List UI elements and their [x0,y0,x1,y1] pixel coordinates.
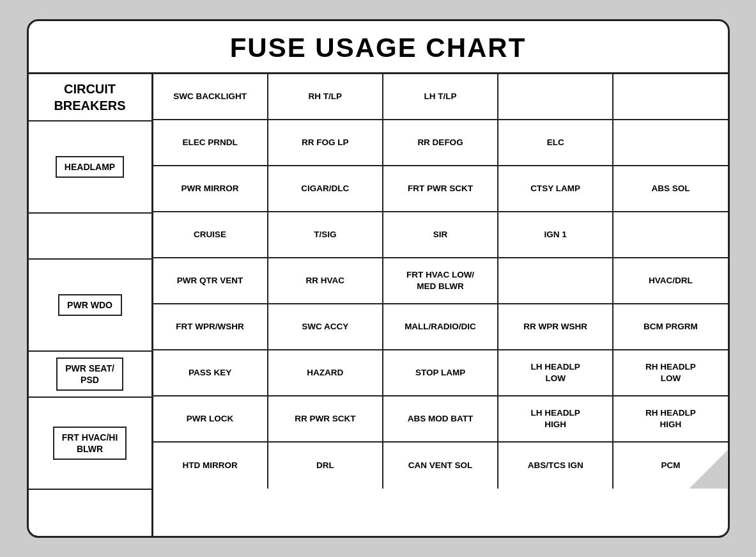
fuse-chart: FUSE USAGE CHART CIRCUITBREAKERS HEADLAM… [27,19,730,538]
cell-3-2: SIR [383,212,498,257]
left-item-frt-hvac: FRT HVAC/HIBLWR [29,398,151,490]
grid-row-3: CRUISE T/SIG SIR IGN 1 [153,212,728,258]
cell-3-4 [613,212,727,257]
pwr-seat-label: PWR SEAT/PSD [56,357,123,391]
cell-5-0: FRT WPR/WSHR [153,304,268,349]
cell-6-1: HAZARD [268,350,383,395]
cell-8-3: ABS/TCS IGN [498,443,613,489]
cell-4-3 [498,258,613,303]
cell-0-1: RH T/LP [268,74,383,119]
right-grid: SWC BACKLIGHT RH T/LP LH T/LP ELEC PRNDL… [153,74,728,536]
pwr-wdo-label: PWR WDO [58,294,122,316]
cell-4-4: HVAC/DRL [613,258,727,303]
cell-3-0: CRUISE [153,212,268,257]
cell-3-1: T/SIG [268,212,383,257]
left-item-pwr-seat: PWR SEAT/PSD [29,352,151,398]
cell-2-4: ABS SOL [613,166,727,211]
cell-4-0: PWR QTR VENT [153,258,268,303]
cell-0-0: SWC BACKLIGHT [153,74,268,119]
cell-0-3 [498,74,613,119]
grid-row-2: PWR MIRROR CIGAR/DLC FRT PWR SCKT CTSY L… [153,166,728,212]
grid-row-0: SWC BACKLIGHT RH T/LP LH T/LP [153,74,728,120]
cell-2-0: PWR MIRROR [153,166,268,211]
cell-6-2: STOP LAMP [383,350,498,395]
cell-8-2: CAN VENT SOL [383,443,498,489]
cell-2-3: CTSY LAMP [498,166,613,211]
cell-8-0: HTD MIRROR [153,443,268,489]
frt-hvac-label: FRT HVAC/HIBLWR [53,427,127,460]
cell-4-2: FRT HVAC LOW/MED BLWR [383,258,498,303]
grid-row-7: PWR LOCK RR PWR SCKT ABS MOD BATT LH HEA… [153,396,728,443]
left-item-pwr-wdo: PWR WDO [29,260,151,352]
grid-row-1: ELEC PRNDL RR FOG LP RR DEFOG ELC [153,120,728,166]
cell-7-0: PWR LOCK [153,396,268,441]
cell-2-2: FRT PWR SCKT [383,166,498,211]
cell-6-3: LH HEADLPLOW [498,350,613,395]
cell-0-2: LH T/LP [383,74,498,119]
cell-7-1: RR PWR SCKT [268,396,383,441]
chart-title: FUSE USAGE CHART [29,21,728,74]
cell-0-4 [613,74,727,119]
cell-3-3: IGN 1 [498,212,613,257]
circuit-breakers-header: CIRCUITBREAKERS [29,74,151,122]
left-item-headlamp: HEADLAMP [29,122,151,214]
cell-5-2: MALL/RADIO/DIC [383,304,498,349]
cell-5-1: SWC ACCY [268,304,383,349]
left-column: CIRCUITBREAKERS HEADLAMP PWR WDO PWR SEA… [29,74,153,536]
cell-7-2: ABS MOD BATT [383,396,498,441]
grid-row-5: FRT WPR/WSHR SWC ACCY MALL/RADIO/DIC RR … [153,304,728,350]
cell-1-2: RR DEFOG [383,120,498,165]
cell-5-3: RR WPR WSHR [498,304,613,349]
left-item-empty1 [29,214,151,260]
cell-1-3: ELC [498,120,613,165]
grid-row-8: HTD MIRROR DRL CAN VENT SOL ABS/TCS IGN … [153,443,728,489]
cell-8-4: PCM [613,443,727,489]
cell-6-4: RH HEADLPLOW [613,350,727,395]
cell-7-4: RH HEADLPHIGH [613,396,727,441]
grid-row-4: PWR QTR VENT RR HVAC FRT HVAC LOW/MED BL… [153,258,728,304]
cell-2-1: CIGAR/DLC [268,166,383,211]
grid-row-6: PASS KEY HAZARD STOP LAMP LH HEADLPLOW R… [153,350,728,396]
cell-8-1: DRL [268,443,383,489]
chart-body: CIRCUITBREAKERS HEADLAMP PWR WDO PWR SEA… [29,74,728,536]
left-item-last-empty [29,490,151,536]
cell-1-1: RR FOG LP [268,120,383,165]
cell-1-0: ELEC PRNDL [153,120,268,165]
cell-1-4 [613,120,727,165]
cell-5-4: BCM PRGRM [613,304,727,349]
cell-7-3: LH HEADLPHIGH [498,396,613,441]
headlamp-label: HEADLAMP [56,156,124,178]
cell-4-1: RR HVAC [268,258,383,303]
cell-6-0: PASS KEY [153,350,268,395]
